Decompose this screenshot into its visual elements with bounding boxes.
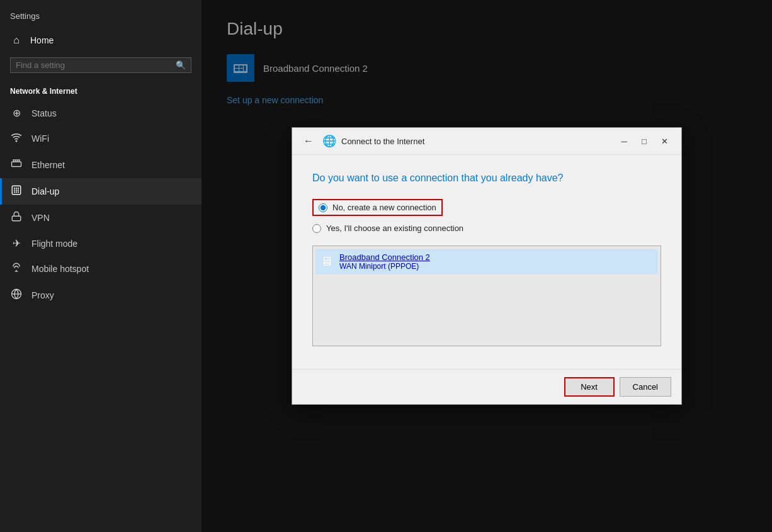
radio-no-option[interactable]: No, create a new connection	[312, 199, 661, 216]
section-header: Network & Internet	[0, 78, 202, 101]
mobilehotspot-label: Mobile hotspot	[31, 264, 89, 274]
restore-button[interactable]: □	[635, 133, 654, 149]
status-icon: ⊕	[10, 107, 23, 119]
sidebar: Settings ⌂ Home 🔍 Network & Internet ⊕ S…	[0, 0, 202, 532]
mobilehotspot-icon	[10, 262, 23, 276]
dialog-window-controls: ─ □ ✕	[615, 133, 674, 149]
dialog-back-button[interactable]: ←	[300, 134, 317, 148]
sidebar-item-vpn[interactable]: VPN	[0, 205, 202, 231]
ethernet-icon	[10, 158, 23, 172]
close-button[interactable]: ✕	[655, 133, 674, 149]
search-icon: 🔍	[176, 60, 186, 70]
globe-icon: 🌐	[322, 134, 336, 148]
conn-item-type: WAN Miniport (PPPOE)	[339, 262, 430, 271]
main-content: Dial-up Broadband Connection 2 Set up a …	[202, 0, 772, 532]
sidebar-home-button[interactable]: ⌂ Home	[0, 28, 202, 52]
dialog-question: Do you want to use a connection that you…	[312, 173, 661, 184]
search-input[interactable]	[16, 60, 176, 70]
radio-yes-label: Yes, I'll choose an existing connection	[326, 224, 463, 233]
conn-item-text: Broadband Connection 2 WAN Miniport (PPP…	[339, 252, 430, 271]
next-button[interactable]: Next	[564, 377, 615, 397]
radio-yes-input[interactable]	[312, 224, 321, 233]
connections-list: 🖥 Broadband Connection 2 WAN Miniport (P…	[312, 246, 661, 346]
list-item[interactable]: 🖥 Broadband Connection 2 WAN Miniport (P…	[315, 249, 658, 274]
minimize-button[interactable]: ─	[615, 133, 633, 149]
sidebar-item-mobilehotspot[interactable]: Mobile hotspot	[0, 256, 202, 282]
cancel-button[interactable]: Cancel	[620, 377, 671, 397]
app-title: Settings	[0, 6, 202, 28]
sidebar-item-proxy[interactable]: Proxy	[0, 282, 202, 308]
svg-rect-1	[12, 162, 21, 167]
dialog-titlebar: ← 🌐 Connect to the Internet ─ □ ✕	[292, 128, 681, 155]
dialog-footer: Next Cancel	[292, 369, 681, 404]
sidebar-item-dialup[interactable]: Dial-up	[0, 178, 202, 205]
search-container: 🔍	[10, 57, 191, 73]
conn-item-icon: 🖥	[321, 254, 333, 269]
radio-no-label: No, create a new connection	[332, 203, 436, 212]
dialup-label: Dial-up	[31, 186, 59, 196]
home-icon: ⌂	[10, 35, 23, 46]
dialog-body: Do you want to use a connection that you…	[292, 155, 681, 369]
vpn-icon	[10, 211, 23, 225]
home-label: Home	[30, 35, 54, 45]
dialog-overlay: ← 🌐 Connect to the Internet ─ □ ✕ Do you…	[202, 0, 772, 532]
ethernet-label: Ethernet	[31, 160, 65, 170]
radio-no-input[interactable]	[319, 203, 327, 212]
wifi-icon	[10, 132, 23, 145]
wifi-label: WiFi	[31, 133, 49, 144]
sidebar-item-status[interactable]: ⊕ Status	[0, 101, 202, 125]
flightmode-label: Flight mode	[31, 239, 77, 249]
proxy-icon	[10, 288, 23, 302]
radio-no-box: No, create a new connection	[312, 199, 443, 216]
radio-yes-option[interactable]: Yes, I'll choose an existing connection	[312, 224, 661, 233]
svg-point-0	[16, 140, 17, 142]
sidebar-item-flightmode[interactable]: ✈ Flight mode	[0, 231, 202, 256]
vpn-label: VPN	[31, 213, 50, 223]
connect-dialog: ← 🌐 Connect to the Internet ─ □ ✕ Do you…	[292, 127, 682, 405]
svg-rect-17	[12, 216, 21, 221]
sidebar-item-ethernet[interactable]: Ethernet	[0, 152, 202, 178]
dialog-title-text: Connect to the Internet	[341, 137, 610, 146]
radio-group: No, create a new connection Yes, I'll ch…	[312, 199, 661, 233]
conn-item-name: Broadband Connection 2	[339, 252, 430, 262]
sidebar-item-wifi[interactable]: WiFi	[0, 125, 202, 152]
dialup-icon	[10, 184, 23, 198]
flightmode-icon: ✈	[10, 237, 23, 249]
status-label: Status	[31, 108, 57, 118]
proxy-label: Proxy	[31, 290, 54, 300]
